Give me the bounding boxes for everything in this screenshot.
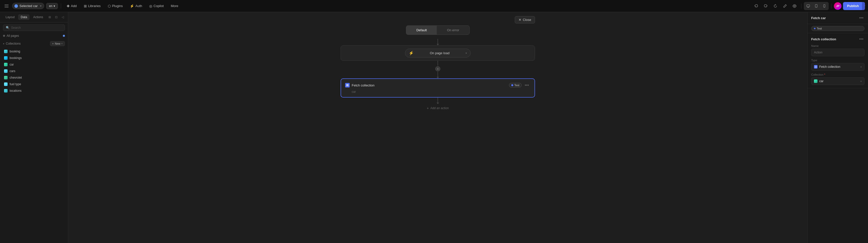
- type-select[interactable]: Fetch collection ▾: [811, 63, 865, 71]
- plugins-label: Plugins: [112, 4, 123, 8]
- list-item[interactable]: fuel type: [0, 81, 68, 88]
- top-nav: Selected car ▾ en ▾ ✚ Add ⊞ Libraries ⬡ …: [0, 0, 868, 12]
- list-item[interactable]: chevrolet: [0, 74, 68, 81]
- svg-rect-17: [815, 67, 816, 68]
- more-button[interactable]: More: [168, 3, 181, 9]
- type-select-chevron: ▾: [861, 66, 862, 68]
- menu-icon[interactable]: [3, 2, 10, 9]
- tab-layout[interactable]: Layout: [3, 14, 17, 20]
- svg-point-8: [816, 7, 816, 7]
- right-panel-more-button[interactable]: •••: [858, 15, 865, 21]
- plugins-button[interactable]: ⬡ Plugins: [105, 3, 125, 9]
- site-name: Selected car: [20, 4, 38, 8]
- tablet-button[interactable]: [812, 2, 820, 10]
- list-item[interactable]: locations: [0, 88, 68, 94]
- collection-item-name: chevrolet: [9, 76, 22, 79]
- nav-tools: JP Publish ▾: [752, 2, 865, 10]
- add-button[interactable]: ✚ Add: [64, 3, 79, 9]
- collection-item-name: bookings: [9, 56, 22, 60]
- fetch-collection-title: Fetch collection: [811, 37, 836, 41]
- sidebar-tab-row: Layout Data Actions ⊞ ⊡ ◁: [0, 12, 68, 23]
- mobile-button[interactable]: [820, 2, 828, 10]
- trigger-label: On page load: [430, 51, 450, 55]
- svg-rect-16: [816, 66, 817, 67]
- sidebar-tab-actions: ⊞ ⊡ ◁: [47, 14, 66, 20]
- list-item[interactable]: bookings: [0, 55, 68, 61]
- collection-field-label: Collection: [811, 73, 823, 76]
- add-between-button[interactable]: +: [435, 66, 440, 71]
- collection-select-value: car: [819, 79, 824, 83]
- close-bar: ✕ Close: [341, 16, 535, 24]
- collection-item-icon: [4, 82, 7, 86]
- right-panel-header: Fetch car •••: [808, 12, 868, 24]
- tab-actions[interactable]: Actions: [31, 14, 45, 20]
- copilot-label: Copilot: [154, 4, 164, 8]
- action-title: Fetch collection: [352, 83, 374, 87]
- collection-list: booking bookings car cars chevrolet fuel…: [0, 48, 68, 95]
- redo-button[interactable]: [762, 2, 770, 10]
- nav-divider-2: [801, 3, 801, 8]
- new-label: New: [55, 42, 60, 45]
- edit-button[interactable]: [781, 2, 789, 10]
- trigger-pill[interactable]: ⚡ On page load ▾: [405, 49, 471, 58]
- action-block: Fetch collection Test ••• car: [341, 78, 535, 98]
- flow-connector-4: [437, 98, 438, 103]
- layout-button[interactable]: ⊡: [53, 14, 59, 20]
- collapse-button[interactable]: ◁: [60, 14, 66, 20]
- list-item[interactable]: booking: [0, 48, 68, 55]
- svg-rect-13: [346, 85, 347, 86]
- svg-rect-18: [816, 67, 817, 68]
- flow-connector-3: [437, 72, 438, 77]
- collection-select[interactable]: car ▾: [811, 77, 865, 85]
- language-selector[interactable]: en ▾: [46, 3, 58, 9]
- add-action-button[interactable]: + Add an action: [423, 104, 453, 112]
- svg-rect-1: [4, 6, 8, 6]
- publish-button[interactable]: Publish: [843, 2, 863, 10]
- libraries-button[interactable]: ⊞ Libraries: [81, 3, 103, 9]
- action-more-button[interactable]: •••: [523, 82, 530, 88]
- undo-button[interactable]: [752, 2, 760, 10]
- flow-connector-1: [437, 39, 438, 44]
- test-badge[interactable]: Test: [811, 26, 865, 31]
- copilot-button[interactable]: ◎ Copilot: [147, 3, 166, 9]
- publish-dropdown-icon: ▾: [865, 4, 865, 8]
- add-action-icon: +: [427, 106, 429, 110]
- test-badge-label: Test: [817, 27, 822, 30]
- all-pages-row[interactable]: All pages: [0, 33, 68, 40]
- svg-rect-14: [348, 85, 349, 86]
- list-item[interactable]: cars: [0, 68, 68, 74]
- auth-button[interactable]: ⚡ Auth: [127, 3, 145, 9]
- all-pages-indicator: [63, 35, 65, 37]
- auth-icon: ⚡: [130, 4, 134, 8]
- collection-item-icon: [4, 69, 7, 73]
- svg-rect-12: [348, 84, 349, 85]
- action-block-header: Fetch collection Test •••: [345, 82, 530, 88]
- tab-default[interactable]: Default: [406, 26, 437, 35]
- action-type-icon: [345, 83, 350, 88]
- libraries-label: Libraries: [88, 4, 101, 8]
- collections-header: ▾ Collections + New ▾: [0, 40, 68, 48]
- collection-select-chevron: ▾: [861, 80, 862, 83]
- preview-button[interactable]: [790, 2, 799, 10]
- add-page-button[interactable]: ⊞: [47, 14, 53, 20]
- publish-dropdown-button[interactable]: ▾: [862, 2, 865, 10]
- new-collection-button[interactable]: + New ▾: [50, 41, 65, 46]
- svg-rect-4: [807, 5, 810, 7]
- tab-data[interactable]: Data: [18, 14, 30, 20]
- search-input[interactable]: [11, 26, 62, 30]
- desktop-button[interactable]: [804, 2, 812, 10]
- name-input[interactable]: [811, 49, 865, 56]
- badge-dot: [511, 84, 513, 86]
- tab-on-error[interactable]: On error: [437, 26, 469, 35]
- all-pages-dot: [3, 35, 5, 37]
- collection-item-name: locations: [9, 89, 22, 93]
- search-bar: 🔍: [3, 25, 65, 31]
- plugins-icon: ⬡: [108, 4, 111, 8]
- list-item[interactable]: car: [0, 61, 68, 68]
- site-selector[interactable]: Selected car ▾: [12, 3, 44, 9]
- refresh-button[interactable]: [771, 2, 779, 10]
- action-block-title: Fetch collection: [345, 83, 374, 88]
- close-button[interactable]: ✕ Close: [515, 16, 535, 24]
- user-avatar[interactable]: JP: [834, 2, 841, 10]
- fetch-collection-more-button[interactable]: •••: [858, 36, 865, 42]
